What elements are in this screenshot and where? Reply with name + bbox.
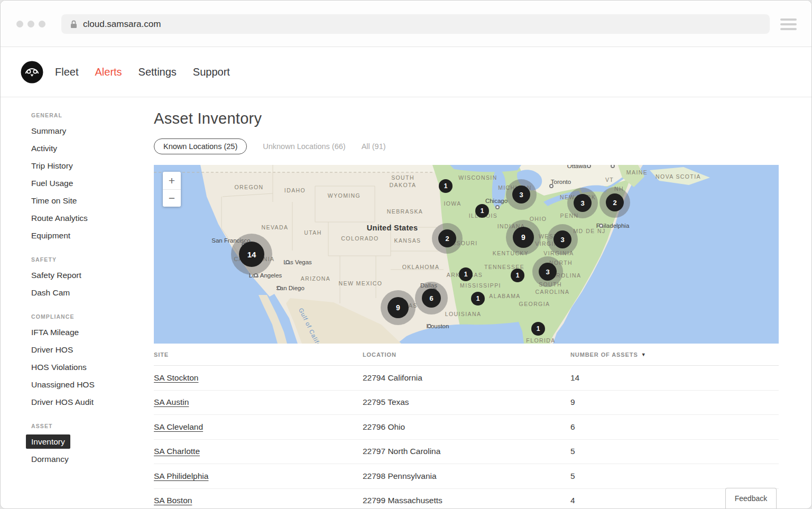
map-label-toronto: Toronto: [551, 179, 571, 185]
map-cluster-marker[interactable]: 3: [547, 224, 578, 255]
sidebar-item-dormancy[interactable]: Dormancy: [31, 450, 154, 468]
map-cluster-marker[interactable]: 1: [531, 322, 545, 336]
sidebar-item-time-on-site[interactable]: Time on Site: [31, 192, 154, 209]
samsara-logo[interactable]: [21, 61, 43, 84]
map-cluster-marker[interactable]: 3: [532, 256, 563, 287]
map-cluster-marker[interactable]: 9: [506, 220, 541, 255]
table-row: SA Cleveland22796 Ohio6: [154, 415, 779, 440]
map-label-nebraska: NEBRASKA: [387, 208, 423, 215]
map-cluster-marker[interactable]: 1: [459, 267, 473, 281]
map-label-new-mexico: NEW MEXICO: [339, 280, 383, 286]
location-cell: 22794 California: [363, 373, 570, 383]
site-link-sa-charlotte[interactable]: SA Charlotte: [154, 447, 200, 456]
asset-table: SITE LOCATION NUMBER OF ASSETS ▼ SA Stoc…: [154, 344, 779, 509]
map-label-mississippi: MISSISSIPPI: [460, 282, 501, 289]
site-link-sa-cleveland[interactable]: SA Cleveland: [154, 422, 203, 431]
sidebar-section-title: GENERAL: [31, 112, 154, 118]
map-label-colorado: COLORADO: [341, 235, 379, 242]
sidebar-item-activity[interactable]: Activity: [31, 140, 154, 157]
map-cluster-marker[interactable]: 3: [506, 179, 537, 210]
map-zoom-control: + −: [163, 172, 181, 207]
column-header-assets[interactable]: NUMBER OF ASSETS ▼: [570, 351, 779, 358]
sidebar-item-equipment[interactable]: Equipment: [31, 227, 154, 244]
map-label-alabama: ALABAMA: [489, 293, 520, 299]
sidebar-section-title: SAFETY: [31, 256, 154, 263]
sidebar-item-driver-hos-audit[interactable]: Driver HOS Audit: [31, 393, 154, 411]
nav-item-alerts[interactable]: Alerts: [95, 66, 122, 78]
zoom-out-button[interactable]: −: [163, 189, 181, 207]
location-cell: 22795 Texas: [363, 397, 570, 407]
location-cell: 22796 Ohio: [363, 422, 570, 432]
map-cluster-marker[interactable]: 1: [475, 204, 489, 218]
top-nav-items: FleetAlertsSettingsSupport: [55, 66, 246, 78]
map-label-florida: FLORIDA: [526, 337, 555, 344]
sidebar-item-driver-hos[interactable]: Driver HOS: [31, 341, 154, 358]
location-cell: 22799 Massachusetts: [363, 496, 570, 505]
url-text[interactable]: cloud.samsara.com: [83, 19, 161, 30]
sidebar-item-hos-violations[interactable]: HOS Violations: [31, 358, 154, 376]
page-content: GENERALSummaryActivityTrip HistoryFuel U…: [1, 97, 811, 508]
sidebar-item-route-analytics[interactable]: Route Analytics: [31, 209, 154, 227]
map-label-ottawa: Ottawa: [567, 165, 586, 169]
assets-count-cell: 5: [570, 471, 779, 481]
asset-table-body: SA Stockton22794 California14SA Austin22…: [154, 366, 779, 509]
sidebar-item-safety-report[interactable]: Safety Report: [31, 266, 154, 284]
map-label-georgia: GEORGIA: [519, 301, 550, 307]
window-control-dot[interactable]: [39, 21, 45, 27]
asset-map[interactable]: United StatesOREGONIDAHOWYOMINGSOUTHDAKO…: [154, 165, 779, 344]
map-label-ohio: OHIO: [530, 216, 547, 222]
map-cluster-marker[interactable]: 1: [511, 269, 524, 282]
site-link-sa-philidelphia[interactable]: SA Philidelphia: [154, 471, 208, 480]
assets-count-cell: 14: [570, 373, 779, 383]
map-cluster-marker[interactable]: 9: [381, 290, 416, 325]
map-label-wyoming: WYOMING: [328, 192, 361, 199]
site-link-sa-stockton[interactable]: SA Stockton: [154, 373, 198, 382]
window-control-dot[interactable]: [27, 21, 34, 27]
tab-all-91[interactable]: All (91): [362, 142, 386, 151]
address-bar[interactable]: cloud.samsara.com: [61, 14, 770, 34]
table-row: SA Philidelphia22798 Pennsylvania5: [154, 464, 779, 489]
nav-item-fleet[interactable]: Fleet: [55, 66, 78, 78]
window-controls[interactable]: [16, 21, 45, 27]
map-cluster-marker[interactable]: 1: [471, 292, 485, 306]
column-header-site[interactable]: SITE: [154, 351, 363, 358]
sidebar-item-fuel-usage[interactable]: Fuel Usage: [31, 174, 154, 192]
map-cluster-marker[interactable]: 6: [415, 282, 448, 314]
feedback-button[interactable]: Feedback: [725, 488, 777, 508]
sidebar-item-dash-cam[interactable]: Dash Cam: [31, 284, 154, 301]
sidebar-section-title: COMPLIANCE: [31, 313, 154, 320]
sidebar-item-trip-history[interactable]: Trip History: [31, 157, 154, 174]
table-row: SA Boston22799 Massachusetts4: [154, 489, 779, 509]
map-label-vt: VT: [605, 177, 614, 183]
map-cluster-marker[interactable]: 14: [231, 234, 272, 275]
nav-item-settings[interactable]: Settings: [139, 66, 177, 78]
sidebar-item-summary[interactable]: Summary: [31, 122, 154, 140]
map-label-gulf-of-california: Gulf of California: [298, 307, 327, 344]
sidebar-section-title: ASSET: [31, 423, 154, 429]
map-label-maine: MAINE: [626, 169, 648, 175]
map-label-south: SOUTH: [391, 174, 414, 181]
city-dot: [495, 205, 500, 209]
sidebar-item-inventory[interactable]: Inventory: [31, 433, 154, 450]
zoom-in-button[interactable]: +: [163, 172, 181, 189]
tab-unknown-locations-66[interactable]: Unknown Locations (66): [263, 142, 345, 151]
sidebar-section-compliance: COMPLIANCEIFTA MileageDriver HOSHOS Viol…: [31, 313, 154, 411]
sidebar-item-unassigned-hos[interactable]: Unassigned HOS: [31, 376, 154, 393]
assets-count-cell: 6: [570, 422, 779, 432]
site-link-sa-austin[interactable]: SA Austin: [154, 397, 189, 406]
map-label-carolina: CAROLINA: [536, 289, 570, 295]
sidebar-item-ifta-mileage[interactable]: IFTA Mileage: [31, 323, 154, 341]
window-control-dot[interactable]: [16, 21, 23, 27]
map-cluster-marker[interactable]: 2: [599, 187, 630, 218]
sort-descending-icon[interactable]: ▼: [641, 352, 647, 357]
site-link-sa-boston[interactable]: SA Boston: [154, 496, 192, 505]
browser-menu-icon[interactable]: [780, 18, 797, 30]
map-cluster-marker[interactable]: 1: [439, 179, 453, 193]
map-cluster-marker[interactable]: 2: [432, 223, 463, 254]
map-label-nova-scotia: NOVA SCOTIA: [656, 173, 701, 180]
map-label-de-nj: DE NJ: [586, 228, 605, 234]
tab-known-locations-25[interactable]: Known Locations (25): [154, 138, 247, 154]
nav-item-support[interactable]: Support: [193, 66, 230, 78]
column-header-location[interactable]: LOCATION: [363, 351, 570, 358]
map-cluster-marker[interactable]: 3: [567, 188, 598, 218]
